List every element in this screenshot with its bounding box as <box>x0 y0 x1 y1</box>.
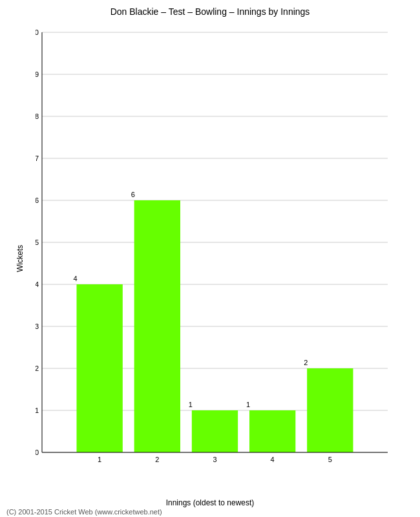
x-axis-label: Innings (oldest to newest) <box>166 498 255 507</box>
x-tick-label-4: 4 <box>271 456 275 463</box>
y-axis-label: Wickets <box>16 245 25 272</box>
bar-label-2: 6 <box>131 191 135 198</box>
bar-label-4: 1 <box>246 401 250 408</box>
bar-label-3: 1 <box>189 401 193 408</box>
chart-area: 0123456789104611212345 <box>36 26 407 472</box>
x-tick-label-3: 3 <box>213 456 216 463</box>
y-tick-label: 4 <box>36 280 39 288</box>
y-tick-label: 7 <box>36 154 39 162</box>
chart-title: Don Blackie – Test – Bowling – Innings b… <box>0 0 420 20</box>
bar-4 <box>249 410 295 452</box>
chart-svg: 0123456789104611212345 <box>36 26 407 472</box>
y-tick-label: 0 <box>36 448 39 456</box>
y-tick-label: 8 <box>36 112 39 120</box>
x-tick-label-2: 2 <box>155 456 159 463</box>
x-tick-label-1: 1 <box>98 456 101 463</box>
chart-container: Don Blackie – Test – Bowling – Innings b… <box>0 0 420 517</box>
bar-3 <box>192 410 238 452</box>
bar-1 <box>77 284 123 452</box>
y-tick-label: 1 <box>36 406 39 414</box>
bar-label-5: 2 <box>304 359 308 366</box>
y-tick-label: 6 <box>36 196 39 204</box>
y-tick-label: 3 <box>36 322 39 330</box>
y-tick-label: 9 <box>36 70 39 78</box>
copyright: (C) 2001-2015 Cricket Web (www.cricketwe… <box>6 508 162 516</box>
bar-5 <box>307 368 353 452</box>
bar-2 <box>134 200 180 452</box>
y-tick-label: 10 <box>36 28 39 36</box>
bar-label-1: 4 <box>74 275 78 282</box>
y-tick-label: 5 <box>36 238 39 246</box>
x-tick-label-5: 5 <box>328 456 332 463</box>
y-tick-label: 2 <box>36 364 39 372</box>
